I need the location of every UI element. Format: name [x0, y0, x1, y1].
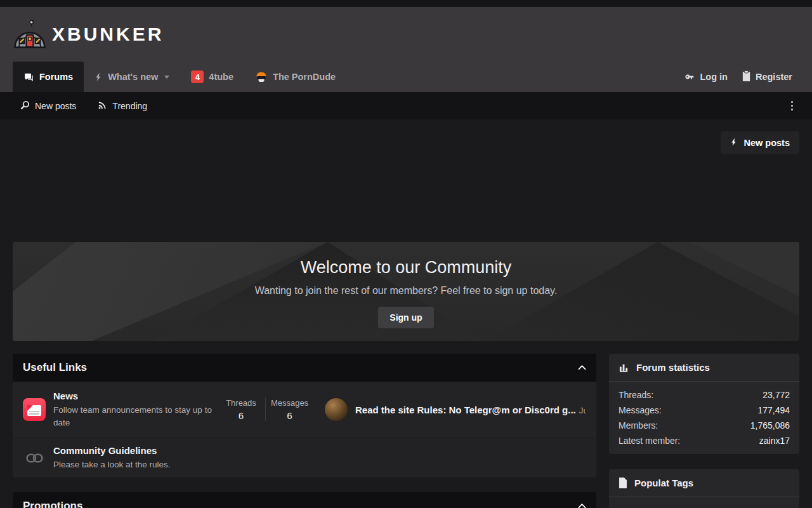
- tab-forums[interactable]: Forums: [13, 62, 84, 92]
- page-content: New posts Welcome to our Community Wanti…: [0, 131, 812, 508]
- main-nav: Forums What's new 4 4tube: [13, 62, 799, 92]
- register-icon: [742, 70, 751, 83]
- site-header: XBUNKER Forums What's new: [0, 7, 812, 92]
- new-posts-button-label: New posts: [743, 138, 790, 148]
- tab-4tube[interactable]: 4 4tube: [180, 62, 244, 92]
- subnav-new-posts[interactable]: New posts: [13, 92, 84, 119]
- forums-icon: [23, 72, 34, 83]
- messages-stat: Messages 6: [265, 398, 313, 421]
- sign-up-button[interactable]: Sign up: [378, 307, 433, 328]
- actions-row: New posts: [13, 131, 799, 154]
- stat-label: Members:: [619, 420, 658, 431]
- tab-label: Forums: [39, 72, 73, 82]
- site-wordmark[interactable]: XBUNKER: [52, 23, 164, 45]
- more-menu-icon[interactable]: [785, 97, 799, 114]
- stat-value: 23,772: [763, 390, 790, 400]
- collapse-chevron-icon[interactable]: [578, 365, 586, 370]
- stat-row-threads: Threads: 23,772: [619, 387, 790, 403]
- rss-icon: [98, 100, 107, 112]
- popular-tags-body: [609, 497, 799, 508]
- news-forum-icon[interactable]: [23, 398, 46, 421]
- bar-chart-icon: [619, 362, 629, 373]
- register-label: Register: [756, 72, 792, 82]
- key-icon: [684, 70, 695, 83]
- popular-tags-title: Populat Tags: [634, 478, 693, 488]
- tab-label: The PornDude: [273, 72, 336, 82]
- threads-label: Threads: [217, 398, 265, 408]
- popular-tags-card: Populat Tags: [609, 469, 799, 508]
- stat-row-members: Members: 1,765,086: [619, 418, 790, 433]
- porndude-icon: [255, 70, 268, 83]
- stat-label: Messages:: [619, 405, 662, 415]
- banner-subtitle: Wanting to join the rest of our members?…: [13, 285, 799, 297]
- latest-member-link[interactable]: zainx17: [759, 436, 790, 446]
- lightning-icon: [730, 137, 738, 149]
- banner-title: Welcome to our Community: [13, 258, 799, 277]
- forum-statistics-card: Forum statistics Threads: 23,772 Message…: [609, 354, 799, 454]
- popular-tags-header: Populat Tags: [609, 469, 799, 497]
- tab-porndude[interactable]: The PornDude: [244, 62, 346, 92]
- node-stats: Threads 6 Messages 6: [217, 398, 313, 421]
- stat-label: Threads:: [619, 390, 653, 400]
- link-icon[interactable]: [23, 453, 46, 463]
- promotions-title: Promotions: [23, 500, 82, 508]
- threads-count: 6: [217, 410, 265, 421]
- forum-statistics-body: Threads: 23,772 Messages: 177,494 Member…: [609, 382, 799, 454]
- tab-label: What's new: [108, 72, 158, 82]
- login-label: Log in: [700, 72, 728, 82]
- 4tube-icon: 4: [191, 70, 204, 83]
- messages-count: 6: [266, 410, 313, 421]
- stat-value: 1,765,086: [750, 420, 790, 431]
- node-text: News Follow team announcements to stay u…: [53, 391, 217, 429]
- stat-label: Latest member:: [619, 436, 680, 446]
- logo-row: XBUNKER: [13, 7, 799, 62]
- search-icon: [20, 100, 30, 112]
- forum-node-guidelines: Community Guidelines Please take a look …: [13, 438, 596, 478]
- new-posts-button[interactable]: New posts: [721, 131, 799, 154]
- stat-value: 177,494: [757, 405, 790, 415]
- collapse-chevron-icon[interactable]: [578, 504, 586, 508]
- useful-links-header: Useful Links: [13, 354, 596, 382]
- tab-whats-new[interactable]: What's new: [84, 62, 180, 92]
- top-strip: [0, 0, 812, 7]
- sub-nav: New posts Trending: [0, 92, 812, 119]
- news-forum-description: Follow team announcements to stay up to …: [53, 404, 217, 429]
- tab-label: 4tube: [209, 72, 233, 82]
- forum-node-news: News Follow team announcements to stay u…: [13, 382, 596, 438]
- document-icon: [619, 478, 627, 488]
- lightning-icon: [95, 72, 103, 82]
- welcome-banner: Welcome to our Community Wanting to join…: [13, 242, 799, 341]
- node-text: Community Guidelines Please take a look …: [53, 445, 171, 471]
- forum-statistics-title: Forum statistics: [636, 362, 710, 373]
- register-link[interactable]: Register: [735, 70, 799, 83]
- subnav-label: New posts: [35, 101, 76, 111]
- threads-stat: Threads 6: [217, 398, 265, 421]
- login-link[interactable]: Log in: [678, 70, 735, 83]
- latest-thread-meta: Jun 5, 2024 · ...: [579, 406, 586, 415]
- latest-post: Read the site Rules: No Telegr@m or Disc…: [325, 398, 586, 421]
- main-column: Useful Links: [13, 354, 596, 508]
- guidelines-link[interactable]: Community Guidelines: [53, 445, 171, 456]
- messages-label: Messages: [266, 398, 313, 408]
- guidelines-description: Please take a look at the rules.: [53, 458, 171, 471]
- news-forum-link[interactable]: News: [53, 391, 217, 401]
- stat-row-latest-member: Latest member: zainx17: [619, 433, 790, 448]
- avatar[interactable]: [325, 398, 348, 421]
- promotions-header: Promotions: [13, 492, 596, 508]
- latest-thread-link[interactable]: Read the site Rules: No Telegr@m or Disc…: [355, 404, 576, 415]
- xbunker-logo-icon[interactable]: [13, 19, 47, 50]
- sidebar: Forum statistics Threads: 23,772 Message…: [609, 354, 799, 508]
- stat-row-messages: Messages: 177,494: [619, 403, 790, 418]
- subnav-label: Trending: [112, 101, 147, 111]
- chevron-down-icon: [164, 76, 169, 79]
- subnav-trending[interactable]: Trending: [90, 92, 155, 119]
- useful-links-title: Useful Links: [23, 361, 87, 374]
- forum-statistics-header: Forum statistics: [609, 354, 799, 382]
